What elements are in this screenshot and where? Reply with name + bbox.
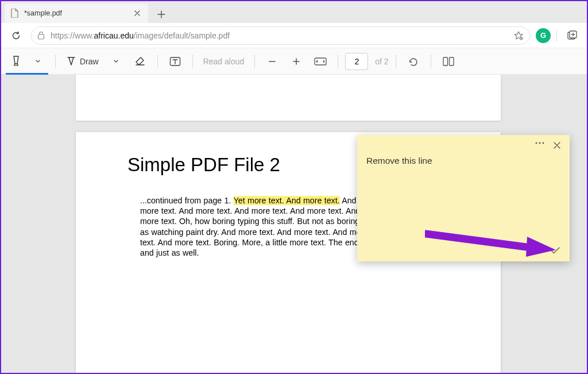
lock-icon xyxy=(37,31,45,40)
divider xyxy=(556,29,557,42)
zoom-out-button[interactable] xyxy=(262,51,283,72)
svg-rect-6 xyxy=(443,57,448,65)
tab-active[interactable]: *sample.pdf xyxy=(5,3,148,23)
url-field[interactable]: https://www.africau.edu/images/default/s… xyxy=(31,26,530,45)
url-text: https://www.africau.edu/images/default/s… xyxy=(51,31,508,40)
divider xyxy=(396,55,396,68)
add-text-tool[interactable] xyxy=(165,51,185,72)
address-bar: https://www.africau.edu/images/default/s… xyxy=(1,23,587,48)
grammarly-extension-icon[interactable]: G xyxy=(536,28,551,43)
fit-width-button[interactable] xyxy=(310,51,331,72)
sticky-note-header xyxy=(366,142,560,149)
highlight-tool[interactable] xyxy=(6,51,48,72)
page-view-button[interactable] xyxy=(438,51,459,72)
sticky-note[interactable]: Remove this line xyxy=(357,135,570,261)
zoom-in-button[interactable] xyxy=(286,51,307,72)
divider xyxy=(157,55,158,68)
tab-title: *sample.pdf xyxy=(24,9,127,17)
draw-dropdown[interactable] xyxy=(106,51,126,72)
draw-label: Draw xyxy=(80,57,99,66)
tab-close-icon[interactable] xyxy=(132,8,142,18)
favorite-icon[interactable] xyxy=(513,30,524,41)
note-confirm-icon[interactable] xyxy=(550,246,560,255)
divider xyxy=(338,55,338,68)
divider xyxy=(192,55,193,68)
tab-bar: *sample.pdf xyxy=(1,1,587,23)
divider xyxy=(254,55,255,68)
new-tab-button[interactable] xyxy=(153,6,170,23)
pdf-page-1-bottom xyxy=(76,75,501,121)
pdf-body-text: ...continued from page 1. Yet more text.… xyxy=(140,195,370,258)
highlight-dropdown[interactable] xyxy=(28,51,48,72)
file-icon xyxy=(10,9,20,18)
page-total-label: of 2 xyxy=(375,57,388,66)
erase-tool[interactable] xyxy=(130,51,150,72)
draw-tool[interactable]: Draw xyxy=(63,51,102,72)
sticky-note-text[interactable]: Remove this line xyxy=(366,156,560,166)
svg-point-8 xyxy=(536,142,537,144)
divider xyxy=(431,55,431,68)
svg-rect-0 xyxy=(38,34,44,39)
collections-button[interactable] xyxy=(563,26,581,45)
divider xyxy=(55,55,56,68)
browser-window: *sample.pdf https://www.africau.edu/imag… xyxy=(0,0,588,374)
pdf-toolbar: Draw Read aloud of 2 xyxy=(1,48,587,75)
rotate-button[interactable] xyxy=(403,51,424,72)
note-close-icon[interactable] xyxy=(554,142,560,149)
svg-point-10 xyxy=(543,142,544,144)
reload-button[interactable] xyxy=(7,26,25,45)
read-aloud-button[interactable]: Read aloud xyxy=(200,51,248,72)
pdf-viewport[interactable]: Simple PDF File 2 ...continued from page… xyxy=(1,75,587,373)
highlighted-text[interactable]: Yet more text. And more text. xyxy=(234,196,340,205)
svg-point-9 xyxy=(539,142,541,144)
svg-rect-7 xyxy=(449,57,454,65)
page-number-input[interactable] xyxy=(345,53,368,70)
note-more-icon[interactable] xyxy=(535,142,544,149)
